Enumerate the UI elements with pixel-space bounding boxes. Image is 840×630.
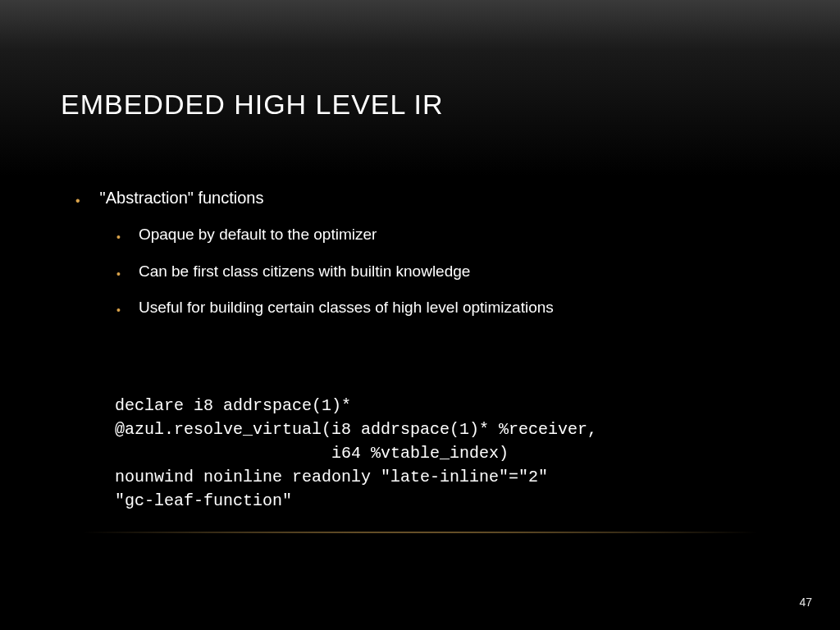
code-block: declare i8 addrspace(1)* @azul.resolve_v… <box>115 394 597 513</box>
bullet-text: Useful for building certain classes of h… <box>139 298 554 318</box>
bullet-icon: • <box>116 231 121 243</box>
list-item: • Useful for building certain classes of… <box>116 298 791 318</box>
list-item: • Opaque by default to the optimizer <box>116 225 791 245</box>
bullet-text: "Abstraction" functions <box>100 187 264 208</box>
bullet-text: Can be first class citizens with builtin… <box>139 262 470 282</box>
list-item: • "Abstraction" functions <box>75 187 791 208</box>
bullet-icon: • <box>116 268 121 280</box>
page-number: 47 <box>799 596 812 609</box>
bullet-icon: • <box>75 194 80 208</box>
divider-line <box>59 532 781 533</box>
list-item: • Can be first class citizens with built… <box>116 262 791 282</box>
sub-list: • Opaque by default to the optimizer • C… <box>116 225 791 318</box>
bullet-icon: • <box>116 304 121 316</box>
bullet-text: Opaque by default to the optimizer <box>139 225 377 245</box>
slide-content: • "Abstraction" functions • Opaque by de… <box>75 187 791 335</box>
slide-title: EMBEDDED HIGH LEVEL IR <box>61 89 444 121</box>
